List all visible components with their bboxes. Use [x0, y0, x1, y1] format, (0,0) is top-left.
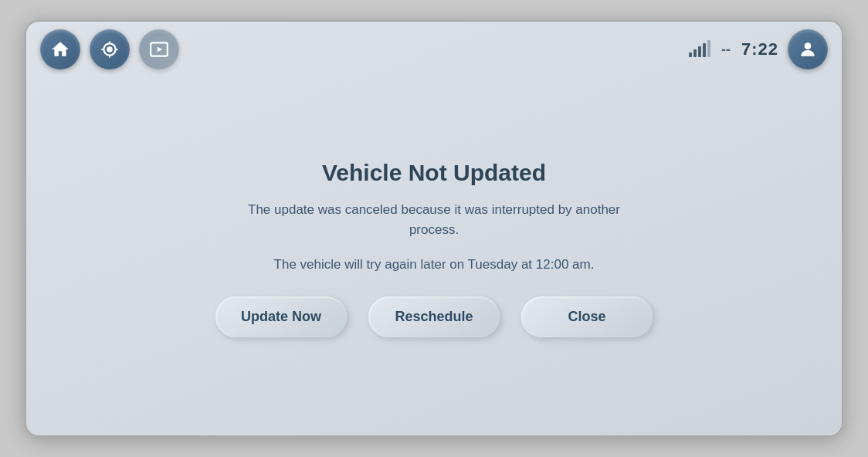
media-icon [149, 39, 169, 59]
time-display: 7:22 [741, 39, 778, 59]
main-content: Vehicle Not Updated The update was cance… [26, 77, 842, 435]
settings-icon [100, 39, 120, 59]
svg-marker-2 [158, 47, 163, 52]
profile-icon [798, 39, 818, 59]
profile-button[interactable] [788, 29, 828, 69]
topbar: -- 7:22 [26, 22, 842, 77]
status-area: -- 7:22 [689, 39, 778, 59]
home-button[interactable] [40, 29, 80, 69]
close-button[interactable]: Close [521, 296, 653, 337]
media-button[interactable] [139, 29, 179, 69]
signal-bar-4 [703, 43, 706, 57]
home-icon [50, 39, 70, 59]
button-row: Update Now Reschedule Close [215, 296, 653, 337]
signal-icon [689, 42, 710, 57]
reschedule-button[interactable]: Reschedule [368, 296, 500, 337]
dialog-message-secondary: The vehicle will try again later on Tues… [274, 255, 595, 275]
signal-bar-3 [698, 46, 701, 57]
dialog-message-primary: The update was canceled because it was i… [248, 200, 620, 239]
separator-text: -- [721, 42, 731, 58]
update-now-button[interactable]: Update Now [215, 296, 347, 337]
dialog-body: The update was canceled because it was i… [248, 200, 620, 275]
signal-bar-2 [693, 49, 697, 57]
dialog-title: Vehicle Not Updated [322, 160, 546, 186]
signal-bar-1 [689, 52, 692, 57]
svg-point-0 [107, 46, 113, 52]
settings-button[interactable] [90, 29, 130, 69]
main-screen: -- 7:22 Vehicle Not Updated The update w… [25, 20, 843, 437]
signal-bar-5 [707, 40, 710, 57]
svg-point-3 [805, 42, 812, 49]
